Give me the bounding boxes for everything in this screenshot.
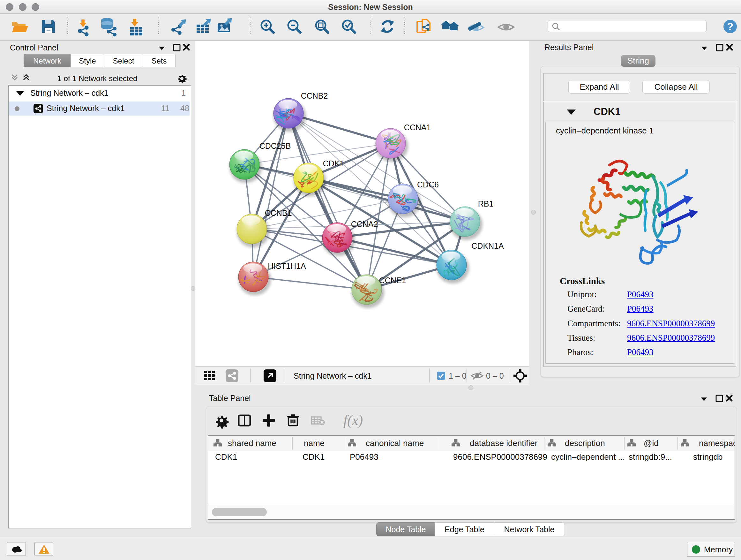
svg-text:CDKN1A: CDKN1A xyxy=(471,241,504,250)
svg-text:f(x): f(x) xyxy=(343,413,363,428)
svg-text:?: ? xyxy=(727,21,733,32)
svg-text:RB1: RB1 xyxy=(478,199,494,208)
svg-text:CDC6: CDC6 xyxy=(417,180,439,189)
svg-text:CCNB2: CCNB2 xyxy=(301,91,328,100)
svg-text:CCNA1: CCNA1 xyxy=(404,123,431,132)
svg-text:HIST1H1A: HIST1H1A xyxy=(268,261,306,270)
svg-text:CDK1: CDK1 xyxy=(323,159,344,168)
svg-text:CDC25B: CDC25B xyxy=(259,141,291,150)
svg-text:CCNB1: CCNB1 xyxy=(265,208,292,217)
svg-text:CCNA2: CCNA2 xyxy=(351,220,378,229)
svg-text:CCNE1: CCNE1 xyxy=(379,276,406,285)
